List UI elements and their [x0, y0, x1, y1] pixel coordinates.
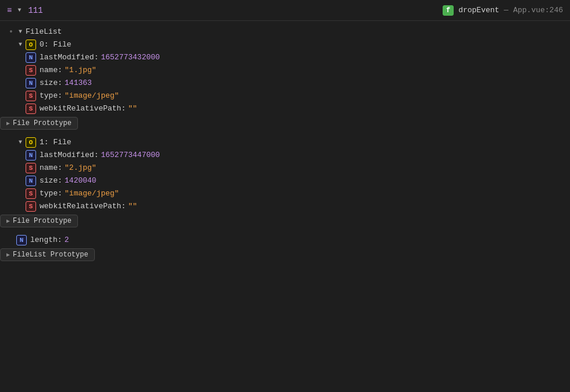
item-0-type-key: type: — [40, 90, 65, 102]
item-0-size-key: size: — [40, 77, 65, 89]
item-0-lastmodified-key: lastModified: — [40, 52, 101, 63]
item-1-lastmodified-row: N lastModified: 1652773447000 — [0, 149, 570, 162]
root-toggle[interactable] — [15, 6, 23, 15]
filelist-prototype-label: FileList Prototype — [13, 251, 88, 259]
item-0-label: 0: File — [40, 39, 72, 51]
item-1-lastmodified-value: 1652773447000 — [101, 149, 159, 161]
section-divider-2 — [0, 229, 570, 234]
filelist-label: FileList — [26, 26, 62, 38]
item-1-type-key: type: — [40, 188, 65, 199]
item-0-lastmodified-row: N lastModified: 1652773432000 — [0, 51, 570, 64]
item-1-size-value: 1420040 — [65, 175, 97, 187]
header-right: f dropEvent — App.vue:246 — [443, 5, 563, 16]
file-location: App.vue:246 — [513, 6, 563, 15]
item-1-webkit-badge: S — [26, 201, 36, 212]
item-1-size-row: N size: 1420040 — [0, 174, 570, 187]
item-0-row: O 0: File — [0, 38, 570, 51]
filelist-prototype-btn[interactable]: ▶ FileList Prototype — [0, 248, 95, 261]
item-1-prototype-btn[interactable]: ▶ File Prototype — [0, 215, 78, 227]
filelist-prototype-arrow: ▶ — [6, 251, 10, 258]
function-name: dropEvent — [458, 6, 499, 15]
item-0-name-row: S name: "1.jpg" — [0, 64, 570, 77]
item-1-label: 1: File — [40, 137, 72, 148]
menu-icon: ≡ — [7, 6, 12, 15]
item-1-prototype-row: ▶ File Prototype — [0, 213, 570, 229]
item-1-badge: O — [26, 137, 36, 148]
item-0-prototype-label: File Prototype — [13, 119, 72, 127]
item-1-row: O 1: File — [0, 136, 570, 149]
separator: — — [504, 6, 508, 15]
item-0-prototype-row: ▶ File Prototype — [0, 115, 570, 131]
item-0-badge: O — [26, 40, 36, 50]
item-0-webkit-key: webkitRelativePath: — [40, 103, 128, 115]
item-0-type-value: "image/jpeg" — [65, 90, 119, 102]
item-1-prototype-label: File Prototype — [13, 217, 72, 225]
length-key: length: — [30, 234, 65, 246]
item-1-name-row: S name: "2.jpg" — [0, 162, 570, 174]
item-1-type-value: "image/jpeg" — [65, 188, 119, 199]
item-0-size-value: 141363 — [65, 77, 92, 89]
filelist-toggle[interactable] — [16, 28, 24, 36]
debugger-header: ≡ 111 f dropEvent — App.vue:246 — [0, 0, 570, 21]
item-0-prototype-btn[interactable]: ▶ File Prototype — [0, 117, 78, 130]
item-1-webkit-row: S webkitRelativePath: "" — [0, 200, 570, 213]
item-1-name-value: "2.jpg" — [65, 162, 97, 174]
item-0-name-key: name: — [40, 65, 65, 76]
item-1-toggle[interactable] — [16, 138, 24, 147]
frame-count: 111 — [28, 6, 42, 15]
prototype-arrow-0: ▶ — [6, 120, 10, 127]
dot-indicator — [7, 28, 15, 36]
length-value: 2 — [65, 234, 69, 246]
item-0-type-row: S type: "image/jpeg" — [0, 90, 570, 102]
item-0-webkit-badge: S — [26, 104, 36, 114]
prototype-arrow-1: ▶ — [6, 218, 10, 224]
item-1-size-key: size: — [40, 175, 65, 187]
item-1-name-badge: S — [26, 163, 36, 173]
item-1-type-badge: S — [26, 188, 36, 199]
length-badge: N — [16, 235, 27, 245]
item-1-lastmodified-key: lastModified: — [40, 149, 101, 161]
item-0-lastmodified-value: 1652773432000 — [101, 52, 159, 63]
item-1-size-badge: N — [26, 176, 36, 186]
function-badge: f — [443, 5, 454, 16]
item-0-lastmodified-badge: N — [26, 52, 36, 63]
item-0-webkit-row: S webkitRelativePath: "" — [0, 102, 570, 115]
item-1-type-row: S type: "image/jpeg" — [0, 187, 570, 200]
item-0-size-badge: N — [26, 78, 36, 88]
item-0-type-badge: S — [26, 91, 36, 101]
filelist-prototype-row: ▶ FileList Prototype — [0, 247, 570, 263]
item-0-webkit-value: "" — [128, 103, 137, 115]
item-0-name-value: "1.jpg" — [65, 65, 97, 76]
item-1-webkit-key: webkitRelativePath: — [40, 201, 128, 212]
section-divider-1 — [0, 131, 570, 136]
header-left: ≡ 111 — [7, 6, 43, 15]
item-0-size-row: N size: 141363 — [0, 77, 570, 90]
item-1-lastmodified-badge: N — [26, 150, 36, 161]
filelist-root-row: FileList — [0, 26, 570, 38]
variable-tree: FileList O 0: File N lastModified: 16527… — [0, 21, 570, 268]
item-0-toggle[interactable] — [16, 41, 24, 49]
item-1-webkit-value: "" — [128, 201, 137, 212]
item-0-name-badge: S — [26, 65, 36, 76]
length-row: N length: 2 — [0, 234, 570, 247]
item-1-name-key: name: — [40, 162, 65, 174]
